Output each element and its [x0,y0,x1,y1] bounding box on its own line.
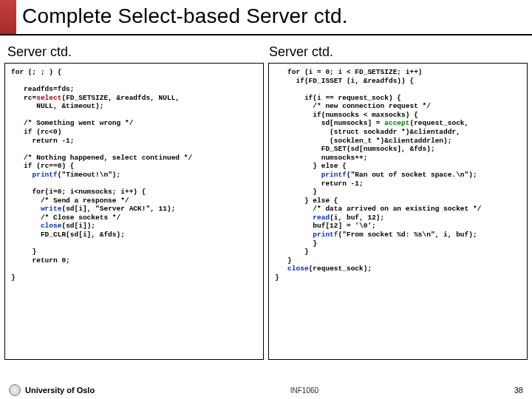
code-line: } [11,248,36,256]
code-line: } else { [275,162,347,170]
footer-page: 38 [514,386,523,395]
code-frag: ("From socket %d: %s\n", i, buf); [338,231,477,239]
code-frag: rc= [11,94,36,102]
code-line: buf[12] = '\0'; [275,222,376,230]
right-code: for (i = 0; i < FD_SETSIZE; i++) if(FD_I… [268,63,528,360]
right-heading: Server ctd. [269,44,528,60]
university-seal-icon [9,384,21,396]
accept-fn: accept [384,119,409,127]
code-line: read(i, buf, 12); [275,214,384,222]
code-frag: ("Ran out of socket space.\n"); [347,171,477,179]
printf-fn: printf [33,171,58,179]
code-line: for(i=0; i<numsocks; i++) { [11,188,146,196]
code-line: if(i == request_sock) { [275,94,401,102]
code-frag [11,222,41,230]
content-columns: Server ctd. for (; ; ) { readfds=fds; rc… [4,44,528,360]
code-line: FD_CLR(sd[i], &fds); [11,231,125,239]
code-line: numsocks++; [275,154,367,162]
code-line: /* new connection request */ [275,102,431,110]
code-frag: ("Timeout!\n"); [58,171,121,179]
code-line: } [275,248,309,256]
university-name: University of Oslo [25,386,95,395]
code-line: return 0; [11,256,70,265]
code-line: close(request_sock); [275,265,372,273]
footer-university: University of Oslo [9,384,95,396]
read-fn: read [313,214,330,222]
footer: University of Oslo INF1060 38 [0,384,532,396]
code-frag [275,171,321,179]
code-line: /* Send a response */ [11,197,129,205]
printf-fn: printf [313,231,338,239]
code-frag: (request_sock); [309,265,372,273]
code-frag: (sd[i]); [61,222,95,230]
code-line: close(sd[i]); [11,222,95,230]
code-line: (socklen_t *)&clientaddrlen); [275,137,451,145]
code-frag [11,171,33,179]
code-frag [275,265,287,273]
code-frag: (i, buf, 12); [330,214,384,222]
title-bar: Complete Select-based Server ctd. [0,0,532,35]
code-line: } [275,239,317,248]
code-line: (struct sockaddr *)&clientaddr, [275,128,460,136]
right-section: Server ctd. for (i = 0; i < FD_SETSIZE; … [266,44,528,360]
close-fn: close [41,222,62,230]
footer-course: INF1060 [290,386,318,395]
code-line: } [275,188,317,196]
code-frag: sd[numsocks] = [275,119,384,127]
code-line: rc=select(FD_SETSIZE, &readfds, NULL, [11,94,180,102]
code-line: if (rc==0) { [11,162,75,170]
code-line: for (; ; ) { [11,68,61,76]
code-frag [275,214,313,222]
code-line: /* Nothing happened, select continued */ [11,154,192,162]
code-line: printf("Timeout!\n"); [11,171,120,179]
code-line: /* Something went wrong */ [11,119,133,127]
select-fn: select [36,94,61,102]
write-fn: write [41,205,62,213]
left-heading: Server ctd. [7,44,266,60]
code-line: } [275,256,292,265]
code-line: readfds=fds; [11,85,75,93]
left-code: for (; ; ) { readfds=fds; rc=select(FD_S… [4,63,264,360]
slide-title: Complete Select-based Server ctd. [16,0,348,34]
left-section: Server ctd. for (; ; ) { readfds=fds; rc… [4,44,266,360]
close-fn: close [287,265,309,273]
code-line: } else { [275,197,338,205]
code-line: FD_SET(sd[numsocks], &fds); [275,145,435,153]
code-frag [275,231,313,239]
code-frag [11,205,41,213]
code-line: return -1; [275,180,364,188]
code-line: printf("Ran out of socket space.\n"); [275,171,477,179]
code-frag: (request_sock, [409,119,468,127]
code-line: sd[numsocks] = accept(request_sock, [275,119,468,127]
code-line: if(numsocks < maxsocks) { [275,111,418,119]
code-line: write(sd[i], "Server ACK!", 11); [11,205,175,213]
code-line: if (rc<0) [11,128,61,136]
code-line: /* data arrived on an existing socket */ [275,205,481,213]
code-frag: (sd[i], "Server ACK!", 11); [61,205,175,213]
code-line: printf("From socket %d: %s\n", i, buf); [275,231,477,239]
code-line: } [275,273,279,282]
code-line: if(FD_ISSET (i, &readfds)) { [275,77,414,85]
code-line: NULL, &timeout); [11,102,103,110]
code-frag: (FD_SETSIZE, &readfds, NULL, [61,94,180,102]
code-line: for (i = 0; i < FD_SETSIZE; i++) [275,68,423,76]
title-accent [0,0,16,34]
code-line: } [11,273,16,282]
code-line: /* Close sockets */ [11,214,120,222]
code-line: return -1; [11,137,75,145]
printf-fn: printf [321,171,347,179]
